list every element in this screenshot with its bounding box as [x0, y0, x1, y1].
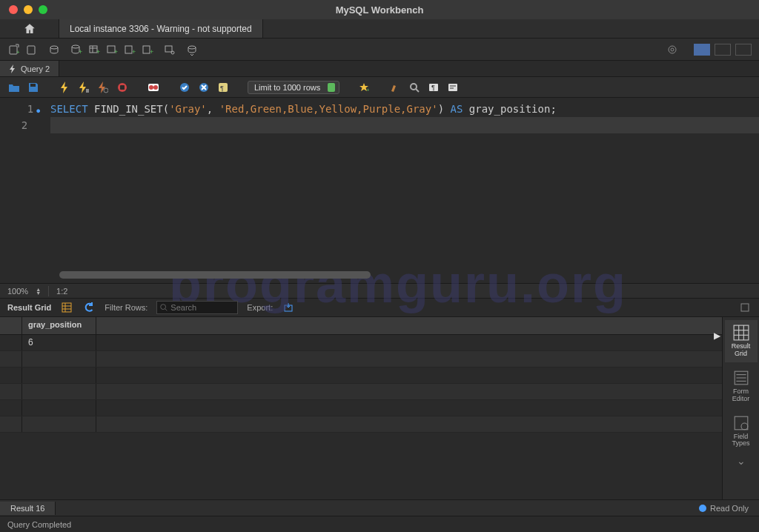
- grid-view-icon[interactable]: [60, 301, 73, 314]
- svg-point-23: [104, 88, 108, 93]
- chevron-down-icon[interactable]: ⌄: [737, 455, 746, 467]
- svg-text:+: +: [150, 48, 153, 56]
- grid-icon: [733, 325, 749, 341]
- rollback-icon[interactable]: [197, 81, 211, 94]
- limit-select[interactable]: Limit to 1000 rows: [248, 81, 339, 94]
- gutter: 1● 2: [0, 98, 46, 283]
- filter-rows-label: Filter Rows:: [105, 303, 148, 312]
- stop-icon[interactable]: [116, 81, 129, 94]
- result-grid-label: Result Grid: [7, 303, 51, 312]
- result-tab[interactable]: Result 16: [0, 502, 56, 515]
- svg-text:¶: ¶: [431, 84, 435, 91]
- sql-editor[interactable]: 1● 2 SELECT FIND_IN_SET('Gray', 'Red,Gre…: [0, 98, 759, 283]
- cell-value[interactable]: 6: [22, 335, 96, 350]
- title-bar: MySQL Workbench: [0, 0, 759, 19]
- editor-toolbar: ¶ Limit to 1000 rows + ¶: [0, 77, 759, 98]
- table-row: [0, 400, 722, 416]
- svg-point-19: [669, 46, 676, 53]
- side-result-grid[interactable]: Result Grid: [725, 320, 758, 362]
- wrap-icon[interactable]: [446, 81, 460, 94]
- refresh-icon[interactable]: [82, 301, 96, 314]
- result-grid[interactable]: gray_position 6: [0, 317, 722, 499]
- svg-point-34: [411, 84, 417, 90]
- readonly-indicator: Read Only: [689, 504, 759, 513]
- results-area: ▶ gray_position 6 Result Grid: [0, 317, 759, 499]
- svg-point-28: [153, 85, 158, 90]
- query-tab[interactable]: Query 2: [0, 61, 59, 76]
- beautify-icon[interactable]: +: [357, 81, 371, 94]
- toggle-invisible-icon[interactable]: ¶: [427, 81, 440, 94]
- svg-rect-39: [62, 303, 71, 312]
- explain-icon[interactable]: [96, 81, 110, 94]
- svg-text:+: +: [366, 87, 369, 93]
- side-label: Field Types: [732, 433, 749, 448]
- export-icon[interactable]: [282, 301, 295, 314]
- settings-icon[interactable]: [666, 43, 679, 56]
- query-tabs: Query 2: [0, 61, 759, 77]
- svg-line-44: [165, 309, 168, 311]
- new-sql-tab-icon[interactable]: +: [7, 43, 21, 56]
- close-icon[interactable]: [9, 5, 18, 14]
- inspector-icon[interactable]: [47, 43, 61, 56]
- create-schema-icon[interactable]: +: [70, 43, 83, 56]
- toggle-autocommit-icon[interactable]: [147, 81, 160, 94]
- svg-point-43: [161, 305, 166, 310]
- panel-right-toggle[interactable]: [735, 44, 752, 56]
- save-icon[interactable]: [27, 81, 40, 94]
- horizontal-scrollbar[interactable]: [59, 271, 371, 279]
- form-icon: [733, 370, 749, 386]
- table-row[interactable]: 6: [0, 335, 722, 351]
- table-row: [0, 384, 722, 400]
- maximize-icon[interactable]: [39, 5, 47, 14]
- results-toolbar: Result Grid Filter Rows: Export:: [0, 298, 759, 317]
- svg-rect-2: [27, 46, 35, 54]
- reconnect-icon[interactable]: [185, 43, 199, 56]
- zoom-level: 100%: [7, 287, 28, 296]
- svg-rect-25: [120, 85, 125, 90]
- svg-point-18: [188, 46, 196, 49]
- create-procedure-icon[interactable]: +: [123, 43, 136, 56]
- connection-tab[interactable]: Local instance 3306 - Warning - not supp…: [59, 19, 263, 38]
- execute-current-icon[interactable]: [77, 81, 90, 94]
- table-row: [0, 368, 722, 384]
- side-form-editor[interactable]: Form Editor: [725, 365, 758, 408]
- results-side-panel: Result Grid Form Editor Field Types ⌄: [722, 317, 759, 499]
- zoom-stepper[interactable]: ▲▼: [36, 287, 41, 295]
- table-row: [0, 351, 722, 368]
- window-controls: [0, 5, 47, 14]
- svg-rect-47: [734, 325, 749, 340]
- svg-text:+: +: [114, 48, 118, 56]
- filter-input[interactable]: [156, 301, 238, 314]
- result-tab-label: Result 16: [10, 504, 44, 513]
- svg-point-3: [50, 46, 58, 49]
- collapse-arrow-icon[interactable]: ▶: [714, 330, 720, 341]
- search-table-icon[interactable]: [163, 43, 176, 56]
- home-tab[interactable]: [0, 19, 59, 38]
- find-icon[interactable]: [408, 81, 421, 94]
- commit-icon[interactable]: [178, 81, 191, 94]
- code-area[interactable]: SELECT FIND_IN_SET('Gray', 'Red,Green,Bl…: [46, 98, 759, 283]
- create-view-icon[interactable]: +: [105, 43, 119, 56]
- create-function-icon[interactable]: +: [141, 43, 154, 56]
- svg-text:+: +: [96, 48, 100, 56]
- panel-bottom-toggle[interactable]: [715, 44, 731, 56]
- open-sql-icon[interactable]: [25, 43, 39, 56]
- zoom-bar: 100% ▲▼ 1:2: [0, 283, 759, 298]
- panel-left-toggle[interactable]: [694, 44, 710, 56]
- wrap-cell-icon[interactable]: [738, 301, 752, 314]
- svg-rect-14: [143, 46, 150, 53]
- side-field-types[interactable]: Field Types: [725, 410, 758, 453]
- svg-rect-16: [165, 46, 172, 52]
- svg-rect-38: [448, 84, 457, 91]
- open-file-icon[interactable]: [7, 81, 21, 94]
- column-header[interactable]: gray_position: [22, 317, 96, 334]
- svg-point-17: [171, 51, 174, 54]
- minimize-icon[interactable]: [24, 5, 33, 14]
- brush-icon[interactable]: [388, 81, 402, 94]
- toggle-whitespace-icon[interactable]: ¶: [216, 81, 230, 94]
- execute-icon[interactable]: [58, 81, 71, 94]
- query-tab-label: Query 2: [21, 64, 50, 73]
- search-icon: [159, 303, 168, 312]
- svg-text:+: +: [16, 49, 20, 56]
- create-table-icon[interactable]: +: [87, 43, 101, 56]
